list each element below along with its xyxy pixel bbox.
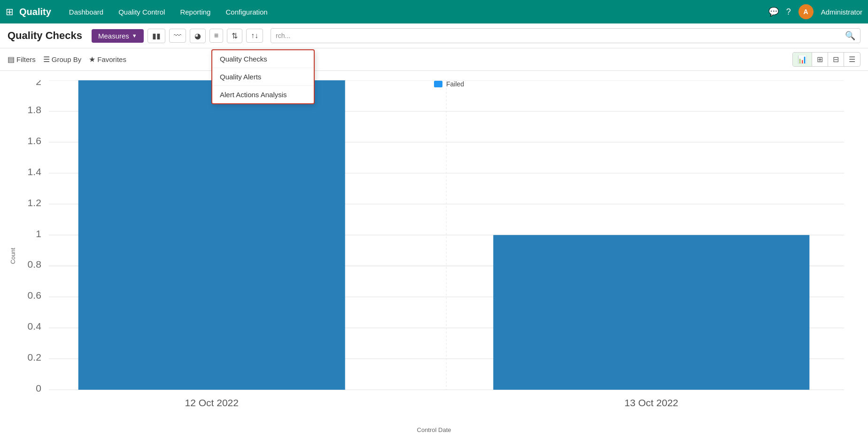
svg-text:12 Oct 2022: 12 Oct 2022 [185,398,239,409]
search-area[interactable]: rch... 🔍 [271,28,860,43]
dropdown-menu: Quality Checks Quality Alerts Alert Acti… [211,49,315,104]
filters-button[interactable]: ▤ Filters [8,55,36,64]
favorites-button[interactable]: ★ Favorites [89,55,126,64]
filters-label: Filters [16,55,36,63]
search-icon[interactable]: 🔍 [845,31,855,41]
page-title: Quality Checks [8,30,82,42]
bar-chart-button[interactable]: ▮▮ [147,29,165,43]
topnav: ⊞ Quality Dashboard Quality Control Repo… [0,0,868,23]
search-placeholder: rch... [276,32,290,39]
groupby-icon: ☰ [43,55,50,64]
dropdown-quality-alerts[interactable]: Quality Alerts [212,68,314,86]
svg-text:1.2: 1.2 [28,197,41,208]
svg-text:0.6: 0.6 [28,290,41,301]
view-table[interactable]: ⊞ [812,53,828,66]
nav-configuration[interactable]: Configuration [219,5,274,19]
pie-chart-button[interactable]: ◕ [190,29,206,43]
svg-text:0: 0 [36,383,41,394]
view-toggle: 📊 ⊞ ⊟ ☰ [792,52,860,67]
user-name[interactable]: Administrator [821,8,862,16]
view-list[interactable]: ☰ [844,53,860,66]
favorites-icon: ★ [89,55,95,64]
chart-svg: 0 0.2 0.4 0.6 0.8 1 1.2 1.4 1.6 1.8 2 12… [14,80,854,414]
svg-text:1.8: 1.8 [28,104,41,115]
x-axis-label: Control Date [417,426,451,433]
group-by-button[interactable]: ☰ Group By [43,55,81,64]
measures-button[interactable]: Measures ▼ [92,29,144,43]
nav-reporting[interactable]: Reporting [173,5,217,19]
svg-text:0.2: 0.2 [28,352,41,363]
bar-2 [493,235,809,389]
view-kanban[interactable]: ⊟ [828,53,844,66]
measures-arrow: ▼ [132,33,137,39]
svg-text:1.6: 1.6 [28,135,41,146]
subheader: Quality Checks Measures ▼ ▮▮ 〰 ◕ ≡ ⇅ ↑↓ … [0,23,868,48]
measures-label: Measures [98,32,129,40]
avatar[interactable]: A [798,4,814,19]
reporting-dropdown: Quality Checks Quality Alerts Alert Acti… [211,49,315,104]
svg-text:0.4: 0.4 [28,321,41,332]
line-chart-button[interactable]: 〰 [169,29,186,43]
chart-wrapper: Count 0 0.2 0.4 0.6 0.8 1 1.2 1.4 1 [14,80,854,431]
stacked-chart-button[interactable]: ≡ [209,29,223,43]
favorites-label: Favorites [97,55,126,63]
bar-1 [78,80,345,390]
nav-dashboard[interactable]: Dashboard [62,5,110,19]
svg-text:1: 1 [36,228,41,239]
help-icon[interactable]: ? [786,7,791,17]
y-axis-label: Count [9,247,16,264]
chart-container: Failed Count 0 0.2 0.4 0.6 0.8 1 1.2 [0,71,868,436]
dropdown-alert-actions-analysis[interactable]: Alert Actions Analysis [212,86,314,103]
group-by-label: Group By [52,55,81,63]
nav-quality-control[interactable]: Quality Control [112,5,171,19]
sort-asc-button[interactable]: ⇅ [227,29,242,43]
svg-text:1.4: 1.4 [28,166,41,177]
brand-label: Quality [19,7,51,17]
sort-desc-button[interactable]: ↑↓ [246,29,263,43]
view-bar-chart[interactable]: 📊 [793,53,812,66]
svg-text:13 Oct 2022: 13 Oct 2022 [625,398,679,409]
chat-icon[interactable]: 💬 [768,7,779,17]
svg-text:2: 2 [36,80,41,87]
grid-icon[interactable]: ⊞ [6,6,14,17]
dropdown-quality-checks[interactable]: Quality Checks [212,50,314,68]
filter-bar: ▤ Filters ☰ Group By ★ Favorites 📊 ⊞ ⊟ ☰ [0,48,868,71]
filter-icon: ▤ [8,55,15,64]
svg-text:0.8: 0.8 [28,259,41,270]
